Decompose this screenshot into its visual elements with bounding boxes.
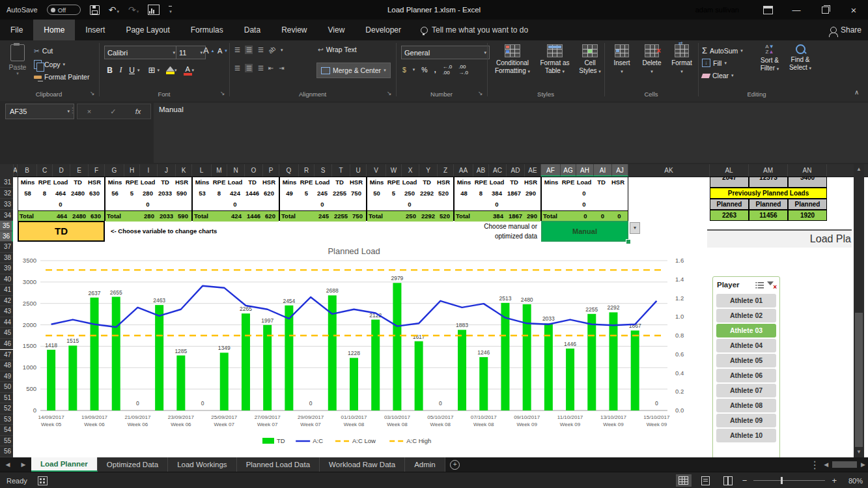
wrap-text-button[interactable]: ↩Wrap Text xyxy=(318,46,357,53)
zoom-slider[interactable] xyxy=(753,480,825,481)
accounting-format-button[interactable]: $ xyxy=(402,66,406,74)
page-layout-view-button[interactable] xyxy=(698,474,714,487)
next-sheet-icon[interactable]: ▶ xyxy=(16,457,31,472)
cell[interactable] xyxy=(174,199,189,210)
cell[interactable]: 0 xyxy=(52,199,69,210)
cell[interactable]: 520 xyxy=(436,188,451,199)
column-header-V[interactable]: V xyxy=(367,164,386,177)
bar[interactable] xyxy=(263,325,272,410)
cell[interactable] xyxy=(473,199,488,210)
manual-optimized-cell[interactable]: Manual xyxy=(541,221,628,242)
chart-svg[interactable]: Planned Load0500100015002000250030003500… xyxy=(16,244,707,456)
variable-selector-cell[interactable]: TD xyxy=(18,221,105,242)
slicer-item-athlete-03[interactable]: Athlete 03 xyxy=(716,324,776,337)
cell[interactable]: Load xyxy=(576,177,593,188)
slicer-item-athlete-08[interactable]: Athlete 08 xyxy=(716,399,776,412)
cell[interactable]: 290 xyxy=(524,211,540,222)
scroll-up-icon[interactable]: ▲ xyxy=(854,164,864,175)
clear-button[interactable]: Clear▾ xyxy=(702,72,734,79)
column-header-B[interactable]: B xyxy=(18,164,37,177)
cell[interactable] xyxy=(193,199,212,210)
decrease-indent-icon[interactable]: ⇤ xyxy=(268,65,273,72)
cell[interactable]: RPE xyxy=(386,177,401,188)
cell[interactable] xyxy=(542,188,561,199)
hscroll-left-icon[interactable]: ◀ xyxy=(824,461,828,468)
sheet-tab-optimized-data[interactable]: Optimized Data xyxy=(98,457,168,472)
row-header-56[interactable]: 56 xyxy=(0,446,13,457)
font-size-combo[interactable]: 11▾ xyxy=(176,46,206,59)
sheet-tab-load-workings[interactable]: Load Workings xyxy=(168,457,237,472)
cell[interactable] xyxy=(18,199,37,210)
column-header-W[interactable]: W xyxy=(386,164,402,177)
format-painter-button[interactable]: Format Painter xyxy=(34,73,89,81)
column-header-J[interactable]: J xyxy=(158,164,176,177)
cell[interactable]: 0 xyxy=(139,199,156,210)
cell[interactable]: 5 xyxy=(386,188,401,199)
menu-tab-review[interactable]: Review xyxy=(271,20,317,40)
align-middle-icon[interactable]: ☰ xyxy=(245,46,253,54)
prev-total-cell[interactable]: 12373 xyxy=(749,177,788,188)
cell[interactable]: 0 xyxy=(401,199,418,210)
find-select-button[interactable]: Find & Select ▾ xyxy=(787,44,814,72)
enter-icon[interactable]: ✓ xyxy=(110,108,116,116)
cell[interactable] xyxy=(455,199,473,210)
cell[interactable]: HSR xyxy=(261,177,277,188)
column-header-R[interactable]: R xyxy=(299,164,315,177)
italic-button[interactable]: I xyxy=(115,64,126,76)
save-icon[interactable] xyxy=(90,5,100,15)
cell[interactable]: 250 xyxy=(401,188,418,199)
decrease-decimal-button[interactable]: .00→.0 xyxy=(458,64,468,76)
column-header-P[interactable]: P xyxy=(263,164,279,177)
cell[interactable]: 424 xyxy=(228,211,245,222)
row-header-40[interactable]: 40 xyxy=(0,274,13,285)
cell[interactable]: 2480 xyxy=(69,188,87,199)
number-dialog-launcher[interactable]: ↘ xyxy=(478,90,483,96)
cell[interactable]: Mins xyxy=(367,177,386,188)
bar[interactable] xyxy=(544,323,553,410)
cell[interactable]: 2255 xyxy=(331,188,348,199)
bold-button[interactable]: B xyxy=(104,64,115,76)
prev-total-cell[interactable]: 2047 xyxy=(710,177,749,188)
cell[interactable]: 2480 xyxy=(70,211,88,222)
cell[interactable]: 0 xyxy=(577,211,594,222)
cell[interactable] xyxy=(593,188,610,199)
player-slicer[interactable]: Player Athlete 01Athlete 02Athlete 03Ath… xyxy=(712,276,780,457)
align-top-icon[interactable]: ☰ xyxy=(234,46,240,53)
row-header-31[interactable]: 31 xyxy=(0,177,13,188)
column-header-AL[interactable]: AL xyxy=(710,164,749,177)
align-left-icon[interactable]: ☰ xyxy=(234,65,240,72)
cell[interactable] xyxy=(386,199,401,210)
cell-styles-button[interactable]: Cell Styles ▾ xyxy=(576,44,604,76)
row-header-43[interactable]: 43 xyxy=(0,306,13,317)
planned-header-cell[interactable]: Planned xyxy=(749,199,788,210)
sheet-tab-workload-raw-data[interactable]: Workload Raw Data xyxy=(320,457,405,472)
slicer-item-athlete-10[interactable]: Athlete 10 xyxy=(716,429,776,442)
column-header-F[interactable]: F xyxy=(89,164,105,177)
vertical-scroll-thumb[interactable] xyxy=(855,313,863,447)
legend-label[interactable]: A:C High xyxy=(406,437,431,444)
menu-tab-developer[interactable]: Developer xyxy=(355,20,412,40)
column-header-N[interactable]: N xyxy=(227,164,245,177)
cell[interactable]: HSR xyxy=(523,177,539,188)
row-header-36[interactable]: 36 xyxy=(0,231,13,242)
cell[interactable] xyxy=(280,199,299,210)
zoom-out-button[interactable]: − xyxy=(742,476,748,485)
row-header-33[interactable]: 33 xyxy=(0,199,13,210)
column-header-H[interactable]: H xyxy=(124,164,140,177)
collapse-ribbon-button[interactable]: ∧ xyxy=(854,89,859,96)
validation-dropdown-button[interactable]: ▾ xyxy=(630,222,640,234)
cell[interactable]: Mins xyxy=(455,177,473,188)
cell[interactable]: 630 xyxy=(87,188,102,199)
cell[interactable]: Load xyxy=(52,177,69,188)
column-header-AM[interactable]: AM xyxy=(749,164,788,177)
bar[interactable] xyxy=(112,297,120,410)
bar[interactable] xyxy=(371,320,380,410)
column-header-M[interactable]: M xyxy=(212,164,227,177)
column-header-Y[interactable]: Y xyxy=(419,164,438,177)
menu-tab-file[interactable]: File xyxy=(0,20,33,40)
cell[interactable]: 0 xyxy=(594,211,611,222)
planned-load-chart[interactable]: Planned Load0500100015002000250030003500… xyxy=(16,244,707,456)
planned-header-cell[interactable]: Planned xyxy=(788,199,827,210)
column-header-AC[interactable]: AC xyxy=(489,164,507,177)
column-header-Q[interactable]: Q xyxy=(279,164,299,177)
